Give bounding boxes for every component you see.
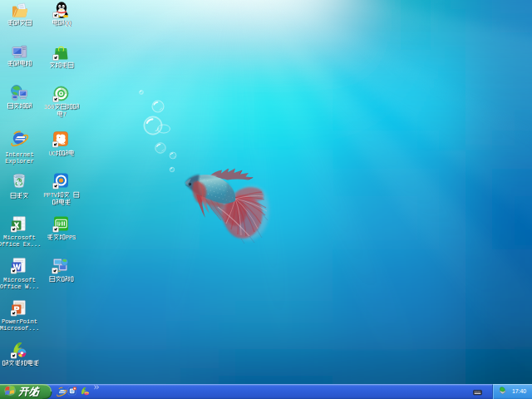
svg-text:Microsoft: Microsoft [3,277,36,283]
svg-text:7: 7 [63,111,66,118]
svg-text:QQ: QQ [64,20,71,27]
svg-text:PPTV: PPTV [43,192,57,199]
svg-text:UC: UC [49,150,57,157]
svg-text:360: 360 [44,104,55,111]
svg-text:17:40: 17:40 [512,388,526,394]
svg-text:Office W...: Office W... [0,283,39,290]
svg-text:Microsoft: Microsoft [3,234,36,241]
svg-text:PPS: PPS [66,234,76,241]
svg-text:Office Ex...: Office Ex... [0,241,41,248]
svg-text:Microsof...: Microsof... [0,325,39,332]
svg-text:Internet: Internet [5,151,34,158]
svg-text:PowerPoint: PowerPoint [2,318,37,325]
svg-text:Explorer: Explorer [5,158,34,165]
